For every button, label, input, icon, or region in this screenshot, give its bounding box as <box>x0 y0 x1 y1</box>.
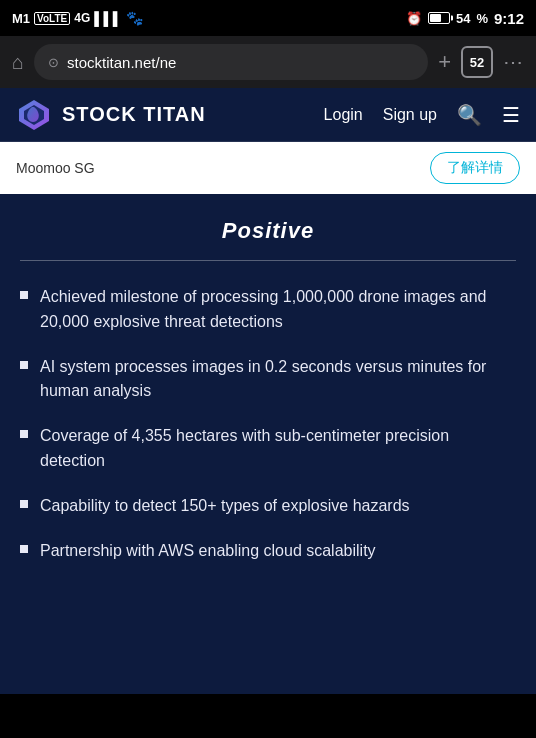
battery-percent-sign: % <box>476 11 488 26</box>
status-bar: M1 VoLTE 4G ▌▌▌ 🐾 ⏰ 54 % 9:12 <box>0 0 536 36</box>
time-display: 9:12 <box>494 10 524 27</box>
url-text: stocktitan.net/ne <box>67 54 414 71</box>
bullet-text: Partnership with AWS enabling cloud scal… <box>40 539 516 564</box>
login-button[interactable]: Login <box>324 106 363 124</box>
list-item: AI system processes images in 0.2 second… <box>20 355 516 405</box>
search-icon[interactable]: 🔍 <box>457 103 482 127</box>
bullet-text: Capability to detect 150+ types of explo… <box>40 494 516 519</box>
volte-badge: VoLTE <box>34 12 70 25</box>
network-icon: 4G <box>74 11 90 25</box>
lock-icon: ⊙ <box>48 55 59 70</box>
signup-button[interactable]: Sign up <box>383 106 437 124</box>
menu-icon[interactable]: ☰ <box>502 103 520 127</box>
list-item: Capability to detect 150+ types of explo… <box>20 494 516 519</box>
section-divider <box>20 260 516 261</box>
bullet-marker <box>20 545 28 553</box>
logo-icon <box>16 97 52 133</box>
list-item: Partnership with AWS enabling cloud scal… <box>20 539 516 564</box>
ad-cta-button[interactable]: 了解详情 <box>430 152 520 184</box>
list-item: Coverage of 4,355 hectares with sub-cent… <box>20 424 516 474</box>
section-title-wrapper: Positive <box>20 218 516 244</box>
battery-icon <box>428 12 450 24</box>
extra-icon: 🐾 <box>126 10 143 26</box>
section-title: Positive <box>222 218 314 243</box>
status-right: ⏰ 54 % 9:12 <box>406 10 524 27</box>
bullet-text: AI system processes images in 0.2 second… <box>40 355 516 405</box>
bullet-text: Coverage of 4,355 hectares with sub-cent… <box>40 424 516 474</box>
browser-chrome: ⌂ ⊙ stocktitan.net/ne + 52 ⋯ <box>0 36 536 88</box>
ad-banner: Moomoo SG 了解详情 <box>0 142 536 194</box>
nav-actions: Login Sign up 🔍 ☰ <box>324 103 520 127</box>
bullet-text: Achieved milestone of processing 1,000,0… <box>40 285 516 335</box>
tabs-count-button[interactable]: 52 <box>461 46 493 78</box>
positive-bullet-list: Achieved milestone of processing 1,000,0… <box>20 285 516 563</box>
bullet-marker <box>20 430 28 438</box>
list-item: Achieved milestone of processing 1,000,0… <box>20 285 516 335</box>
bullet-marker <box>20 500 28 508</box>
status-left: M1 VoLTE 4G ▌▌▌ 🐾 <box>12 10 143 26</box>
battery-percent: 54 <box>456 11 470 26</box>
carrier-label: M1 <box>12 11 30 26</box>
alarm-icon: ⏰ <box>406 11 422 26</box>
more-menu-button[interactable]: ⋯ <box>503 50 524 74</box>
site-logo[interactable]: STOCK TITAN <box>16 97 324 133</box>
signal-icon: ▌▌▌ <box>94 11 122 26</box>
nav-bar: STOCK TITAN Login Sign up 🔍 ☰ <box>0 88 536 142</box>
address-bar[interactable]: ⊙ stocktitan.net/ne <box>34 44 428 80</box>
bullet-marker <box>20 361 28 369</box>
new-tab-button[interactable]: + <box>438 49 451 75</box>
logo-text: STOCK TITAN <box>62 103 206 126</box>
main-content: Positive Achieved milestone of processin… <box>0 194 536 694</box>
home-icon[interactable]: ⌂ <box>12 51 24 74</box>
ad-text: Moomoo SG <box>16 160 95 176</box>
bullet-marker <box>20 291 28 299</box>
